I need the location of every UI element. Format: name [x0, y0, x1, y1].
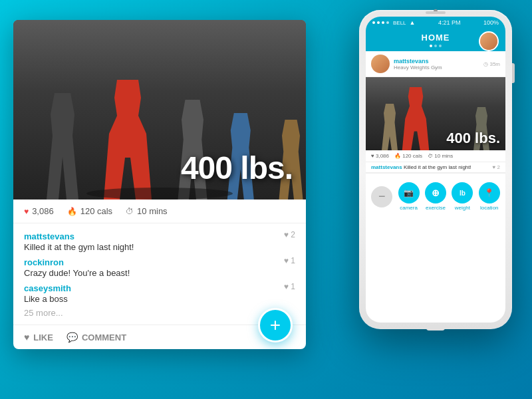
status-bar: BELL ▲ 4:21 PM 100% — [366, 17, 505, 29]
heart-icon: ♥ — [24, 332, 29, 342]
weight-toolbar-icon: lb — [452, 182, 473, 203]
fire-icon: 🔥 — [67, 207, 77, 216]
comment-like-1[interactable]: ♥ 2 — [284, 230, 295, 239]
post-username[interactable]: mattstevans — [394, 58, 483, 65]
comment-like-2[interactable]: ♥ 1 — [284, 256, 295, 265]
weight-label-toolbar: weight — [455, 205, 470, 211]
post-time: ◷ 35m — [483, 61, 500, 67]
weight-display: 400 lbs. — [181, 150, 293, 186]
chat-icon: 💬 — [66, 332, 78, 342]
comment-row-2: rockinron ♥ 1 Crazy dude! You're a beast… — [24, 256, 295, 278]
post-comment-small: mattstevans Killed it at the gym last ni… — [366, 162, 505, 173]
small-cals: 🔥 120 cals — [394, 153, 422, 159]
camera-toolbar-icon: 📷 — [398, 182, 420, 203]
signal-dot-1 — [372, 21, 375, 24]
post-image-small: 400 lbs. — [366, 77, 505, 150]
exercise-label: exercise — [426, 205, 446, 211]
exercise-button[interactable]: ⊕ exercise — [425, 182, 446, 211]
comment-like-3[interactable]: ♥ 1 — [284, 282, 295, 291]
post-user-avatar[interactable] — [371, 55, 390, 73]
nav-title: HOME — [422, 33, 450, 43]
clock-icon: ⏱ — [126, 207, 134, 216]
comment-row-3: caseysmith ♥ 1 Like a boss — [24, 282, 295, 304]
comments-section: mattstevans ♥ 2 Killed it at the gym las… — [13, 223, 306, 325]
card-stats: ♥ 3,086 🔥 120 cals ⏱ 10 mins — [13, 200, 306, 223]
comment-text-1: Killed it at the gym last night! — [24, 242, 295, 252]
time-display: 4:21 PM — [438, 19, 461, 26]
small-mins: ⏱ 10 mins — [428, 153, 453, 159]
power-button — [512, 63, 515, 83]
comment-button[interactable]: 💬 COMMENT — [66, 332, 126, 342]
minus-button[interactable]: − — [371, 186, 392, 207]
card-image: 400 lbs. — [13, 20, 306, 200]
phone-screen: BELL ▲ 4:21 PM 100% HOME — [366, 17, 505, 323]
location-toolbar-icon: 📍 — [479, 182, 500, 203]
phone-mockup: BELL ▲ 4:21 PM 100% HOME — [359, 10, 512, 329]
post-card: 400 lbs. ♥ 3,086 🔥 120 cals ⏱ 10 mins ma… — [13, 20, 306, 349]
nav-dot-1 — [430, 45, 432, 47]
profile-avatar[interactable] — [479, 31, 499, 51]
phone-toolbar: − 📷 camera ⊕ exercise l — [366, 173, 505, 219]
comment-text-2: Crazy dude! You're a beast! — [24, 268, 295, 278]
weight-button[interactable]: lb weight — [452, 182, 473, 211]
like-button[interactable]: ♥ LIKE — [24, 332, 53, 342]
comment-username-3: caseysmith — [24, 283, 71, 293]
exercise-icon: ⊕ — [432, 188, 440, 198]
minus-icon: − — [378, 190, 386, 203]
post-header: mattstevans Heavy Weights Gym ◷ 35m — [366, 51, 505, 77]
comment-username-2: rockinron — [24, 257, 64, 267]
small-likes: ♥ 3,086 — [371, 153, 389, 159]
comment-text-3: Like a boss — [24, 294, 295, 304]
location-label: location — [480, 205, 499, 211]
add-button[interactable]: + — [258, 308, 293, 342]
home-button[interactable] — [426, 325, 445, 331]
location-icon: 📍 — [484, 188, 494, 198]
small-comment-text: Killed it at the gym last night! — [404, 164, 471, 170]
post-stats-small: ♥ 3,086 🔥 120 cals ⏱ 10 mins — [366, 150, 505, 162]
signal-area: BELL ▲ — [372, 19, 416, 26]
time-stat: ⏱ 10 mins — [126, 206, 168, 216]
weight-display-small: 400 lbs. — [446, 130, 500, 147]
camera-button[interactable]: 📷 camera — [398, 182, 420, 211]
location-button[interactable]: 📍 location — [479, 182, 500, 211]
phone-body: BELL ▲ 4:21 PM 100% HOME — [359, 10, 512, 329]
signal-dot-2 — [377, 21, 380, 24]
post-gym: Heavy Weights Gym — [394, 65, 483, 70]
likes-stat: ♥ 3,086 — [24, 206, 54, 216]
cals-stat: 🔥 120 cals — [67, 206, 112, 216]
battery-display: 100% — [483, 19, 499, 26]
signal-dot-4 — [386, 21, 389, 24]
exercise-toolbar-icon: ⊕ — [425, 182, 446, 203]
comment-username-1: mattstevans — [24, 231, 74, 241]
nav-dot-2 — [434, 45, 437, 47]
nav-dot-3 — [439, 45, 442, 47]
small-comment-user: mattstevans — [371, 164, 402, 170]
heart-icon: ♥ — [24, 207, 29, 216]
nav-bar: HOME — [366, 29, 505, 51]
more-comments-link[interactable]: 25 more... — [24, 308, 295, 318]
camera-icon: 📷 — [404, 188, 414, 198]
comment-row-1: mattstevans ♥ 2 Killed it at the gym las… — [24, 230, 295, 252]
post-user-info: mattstevans Heavy Weights Gym — [394, 58, 483, 70]
weight-icon: lb — [460, 190, 466, 197]
card-actions: ♥ LIKE 💬 COMMENT + — [13, 325, 306, 349]
small-comment-likes: ♥ 2 — [493, 164, 500, 170]
camera-label: camera — [400, 205, 418, 211]
wifi-icon: ▲ — [410, 19, 416, 26]
signal-dot-3 — [382, 21, 384, 24]
carrier-label: BELL — [393, 20, 406, 26]
speaker — [426, 11, 446, 14]
